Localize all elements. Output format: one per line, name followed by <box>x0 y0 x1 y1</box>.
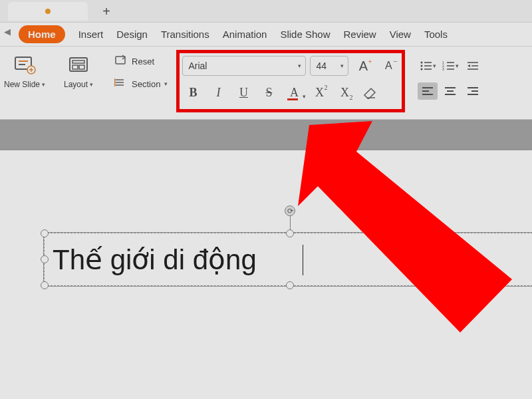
new-slide-label: New Slide <box>4 80 40 89</box>
reset-button[interactable]: Reset <box>114 53 168 69</box>
ribbon-tab-animation[interactable]: Animation <box>223 29 267 40</box>
svg-rect-14 <box>114 78 116 86</box>
plus-icon: + <box>368 57 372 65</box>
resize-handle-sw[interactable] <box>41 281 49 289</box>
underline-button[interactable]: U <box>233 82 254 102</box>
svg-point-20 <box>420 68 422 70</box>
subscript-icon: X <box>340 86 349 100</box>
resize-handle-nw[interactable] <box>41 229 49 237</box>
resize-handle-s[interactable] <box>286 281 294 289</box>
decrease-indent-icon <box>466 61 479 71</box>
numbering-button[interactable]: 1 2 3 ▾ <box>440 57 460 74</box>
svg-rect-9 <box>79 65 84 69</box>
text-caret <box>303 245 303 275</box>
font-name-value: Arial <box>188 61 207 71</box>
minus-icon: − <box>393 57 397 65</box>
document-tab[interactable] <box>8 2 88 21</box>
chevron-down-icon: ▾ <box>433 63 436 69</box>
superscript-icon: X <box>315 86 324 100</box>
bold-button[interactable]: B <box>182 82 203 102</box>
font-size-combo[interactable]: 44 ▾ <box>310 56 348 76</box>
ribbon-tab-row: Home Insert Design Transitions Animation… <box>0 23 532 47</box>
chevron-down-icon: ▾ <box>164 80 168 87</box>
font-color-button[interactable]: A ▾ <box>283 82 305 102</box>
font-group-highlight: Arial ▾ 44 ▾ A + A − B I <box>177 51 404 112</box>
svg-rect-7 <box>72 61 84 63</box>
svg-point-16 <box>420 62 422 64</box>
new-tab-button[interactable]: + <box>97 2 116 21</box>
subscript-two: 2 <box>349 94 352 101</box>
window-tabstrip: + <box>0 0 532 23</box>
bullets-icon <box>420 61 433 71</box>
decrease-indent-button[interactable] <box>463 57 483 74</box>
paragraph-group: ▾ 1 2 3 ▾ <box>407 53 488 100</box>
align-center-button[interactable] <box>440 82 460 100</box>
ribbon-tab-review[interactable]: Review <box>343 29 376 40</box>
ribbon-tab-tools[interactable]: Tools <box>424 29 448 40</box>
chevron-down-icon: ▾ <box>298 63 301 69</box>
ribbon-tab-slide-show[interactable]: Slide Show <box>280 29 330 40</box>
new-slide-icon <box>11 53 38 77</box>
italic-button[interactable]: I <box>207 82 229 102</box>
font-color-icon: A <box>290 86 299 100</box>
italic-icon: I <box>216 86 220 100</box>
align-right-button[interactable] <box>463 82 483 100</box>
superscript-two: 2 <box>324 84 327 91</box>
chevron-down-icon: ▾ <box>456 63 459 69</box>
reset-icon <box>114 55 128 68</box>
ribbon-tab-home[interactable]: Home <box>19 25 65 43</box>
layout-label: Layout <box>64 80 88 89</box>
section-button[interactable]: Section ▾ <box>114 76 168 92</box>
ribbon: New Slide ▾ Layout ▾ <box>0 47 532 120</box>
align-right-icon <box>466 86 479 96</box>
resize-handle-n[interactable] <box>286 229 294 237</box>
eraser-icon <box>362 86 378 99</box>
chevron-down-icon: ▾ <box>340 63 344 69</box>
ribbon-tab-design[interactable]: Design <box>116 29 148 40</box>
layout-icon <box>65 53 92 77</box>
shrink-font-button[interactable]: A − <box>378 56 399 76</box>
ribbon-tab-view[interactable]: View <box>390 29 411 40</box>
chevron-down-icon: ▾ <box>90 81 93 88</box>
strikethrough-button[interactable]: S <box>258 82 279 102</box>
align-center-icon <box>444 86 457 96</box>
section-icon <box>114 77 128 91</box>
reset-label: Reset <box>132 57 154 66</box>
numbering-icon: 1 2 3 <box>442 61 456 71</box>
plus-icon: + <box>102 5 110 18</box>
ribbon-tab-insert[interactable]: Insert <box>78 29 104 40</box>
grow-font-button[interactable]: A + <box>352 56 374 76</box>
chevron-down-icon: ▾ <box>303 93 306 100</box>
resize-handle-w[interactable] <box>41 255 49 263</box>
align-left-button[interactable] <box>418 82 438 100</box>
title-textbox[interactable]: ⟳ Thế giới di động <box>44 233 532 286</box>
unsaved-indicator-icon <box>45 9 51 14</box>
svg-point-18 <box>420 65 422 67</box>
svg-text:3: 3 <box>442 67 444 71</box>
align-left-icon <box>421 86 434 96</box>
subscript-button[interactable]: X 2 <box>334 82 355 102</box>
clear-formatting-button[interactable] <box>359 82 380 102</box>
ribbon-scroll-left-icon[interactable]: ◀ <box>4 27 11 37</box>
font-size-value: 44 <box>316 61 327 71</box>
superscript-button[interactable]: X 2 <box>309 82 330 102</box>
underline-icon: U <box>239 86 248 100</box>
bold-icon: B <box>189 86 197 100</box>
svg-rect-8 <box>72 65 78 69</box>
font-name-combo[interactable]: Arial ▾ <box>182 56 306 76</box>
strikethrough-icon: S <box>265 86 272 100</box>
font-color-swatch <box>287 98 298 100</box>
chevron-down-icon: ▾ <box>42 81 45 88</box>
bullets-button[interactable]: ▾ <box>418 57 438 74</box>
rotation-handle[interactable]: ⟳ <box>285 205 295 216</box>
section-label: Section <box>132 79 160 89</box>
ribbon-tab-transitions[interactable]: Transitions <box>161 29 209 40</box>
title-text[interactable]: Thế giới di động <box>53 243 257 276</box>
layout-button[interactable]: Layout ▾ <box>60 53 97 89</box>
new-slide-button[interactable]: New Slide ▾ <box>4 53 45 89</box>
